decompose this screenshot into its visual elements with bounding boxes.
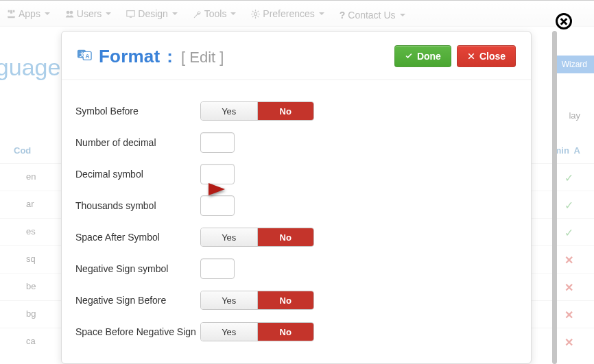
toggle-yes[interactable]: Yes [201, 323, 258, 341]
dialog-subtitle: [ Edit ] [181, 49, 224, 66]
dialog-colon: : [167, 46, 173, 67]
input-thousands-symbol[interactable] [200, 195, 235, 216]
check-icon [405, 52, 413, 60]
input-neg-sign-symbol[interactable] [200, 258, 235, 279]
label-space-after-symbol: Space After Symbol [75, 232, 200, 243]
label-thousands-symbol: Thousands symbol [75, 200, 200, 211]
toggle-no[interactable]: No [258, 102, 314, 120]
toggle-yes[interactable]: Yes [201, 291, 258, 309]
label-space-before-neg: Space Before Negative Sign [75, 326, 200, 337]
toggle-space-before-neg[interactable]: Yes No [200, 322, 314, 341]
label-neg-sign-symbol: Negative Sign symbol [75, 263, 200, 274]
close-button[interactable]: Close [457, 45, 516, 67]
label-symbol-before: Symbol Before [75, 106, 200, 117]
label-neg-sign-before: Negative Sign Before [75, 295, 200, 306]
input-decimal-symbol[interactable] [200, 164, 235, 184]
translate-icon: 文 A [77, 47, 92, 62]
toggle-space-after-symbol[interactable]: Yes No [200, 228, 314, 247]
input-num-decimal[interactable] [200, 132, 235, 153]
toggle-yes[interactable]: Yes [201, 102, 258, 120]
svg-text:A: A [85, 53, 89, 59]
toggle-neg-sign-before[interactable]: Yes No [200, 291, 314, 310]
overlay-scrollbar[interactable] [552, 31, 557, 364]
format-dialog: 文 A Format : [ Edit ] Done Close [61, 31, 532, 364]
dialog-title: Format [99, 46, 160, 67]
x-icon [467, 52, 475, 60]
toggle-yes[interactable]: Yes [201, 228, 258, 246]
toggle-no[interactable]: No [258, 291, 314, 309]
label-decimal-symbol: Decimal symbol [75, 169, 200, 180]
done-button[interactable]: Done [394, 45, 451, 67]
toggle-symbol-before[interactable]: Yes No [200, 101, 314, 121]
dialog-close-x[interactable] [556, 13, 572, 29]
label-num-decimal: Number of decimal [75, 137, 200, 148]
toggle-no[interactable]: No [258, 323, 314, 341]
toggle-no[interactable]: No [258, 228, 314, 246]
svg-text:文: 文 [79, 51, 85, 57]
